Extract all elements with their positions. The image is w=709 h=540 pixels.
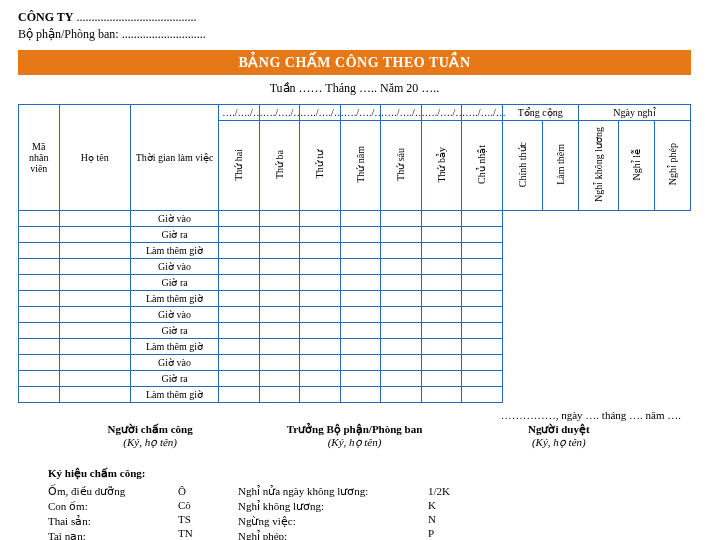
col-fri: Thứ sáu bbox=[381, 121, 422, 211]
cell bbox=[59, 243, 130, 259]
legend-item: Nghỉ không lương: bbox=[238, 499, 428, 514]
cell bbox=[300, 355, 341, 371]
cell bbox=[59, 211, 130, 227]
cell: Giờ vào bbox=[130, 355, 218, 371]
cell bbox=[300, 339, 341, 355]
cell bbox=[381, 323, 422, 339]
cell bbox=[340, 355, 381, 371]
cell bbox=[462, 243, 503, 259]
legend-col-1: Ốm, điều dưỡngCon ốm:Thai sản:Tai nạn:Ch… bbox=[48, 484, 178, 540]
col-off-holiday: Nghỉ lễ bbox=[619, 121, 655, 211]
col-sat: Thứ bảy bbox=[421, 121, 462, 211]
cell bbox=[259, 275, 300, 291]
col-tue: Thứ ba bbox=[259, 121, 300, 211]
cell bbox=[340, 275, 381, 291]
cell bbox=[59, 339, 130, 355]
legend-item: 1/2K bbox=[428, 484, 488, 498]
cell bbox=[259, 355, 300, 371]
cell bbox=[421, 355, 462, 371]
cell bbox=[381, 291, 422, 307]
cell bbox=[381, 355, 422, 371]
cell bbox=[462, 339, 503, 355]
legend-block: Ốm, điều dưỡngCon ốm:Thai sản:Tai nạn:Ch… bbox=[48, 484, 691, 540]
cell bbox=[381, 259, 422, 275]
cell bbox=[340, 243, 381, 259]
legend-col-3: Nghỉ nửa ngày không lương:Nghỉ không lươ… bbox=[238, 484, 428, 540]
col-name: Họ tên bbox=[59, 105, 130, 211]
cell bbox=[462, 323, 503, 339]
cell bbox=[19, 387, 60, 403]
cell bbox=[219, 259, 260, 275]
cell bbox=[300, 387, 341, 403]
cell bbox=[219, 355, 260, 371]
cell bbox=[381, 339, 422, 355]
cell: Giờ ra bbox=[130, 275, 218, 291]
cell bbox=[219, 339, 260, 355]
cell bbox=[300, 323, 341, 339]
cell bbox=[340, 291, 381, 307]
cell bbox=[421, 243, 462, 259]
cell bbox=[421, 211, 462, 227]
legend-item: TN bbox=[178, 526, 238, 540]
cell bbox=[59, 259, 130, 275]
cell bbox=[219, 211, 260, 227]
cell bbox=[19, 355, 60, 371]
cell bbox=[19, 275, 60, 291]
cell bbox=[19, 323, 60, 339]
cell bbox=[421, 275, 462, 291]
cell: Làm thêm giờ bbox=[130, 339, 218, 355]
cell bbox=[59, 307, 130, 323]
cell bbox=[381, 211, 422, 227]
legend-item: K bbox=[428, 498, 488, 512]
cell bbox=[219, 387, 260, 403]
cell bbox=[381, 387, 422, 403]
cell bbox=[19, 307, 60, 323]
cell bbox=[421, 371, 462, 387]
col-total-official: Chính thức bbox=[502, 121, 543, 211]
cell bbox=[59, 291, 130, 307]
col-date-sat: …./…./… bbox=[421, 105, 462, 121]
cell bbox=[381, 275, 422, 291]
cell bbox=[259, 371, 300, 387]
legend-item: Nghỉ phép: bbox=[238, 529, 428, 540]
totals-blank-area bbox=[502, 211, 690, 403]
cell: Giờ ra bbox=[130, 227, 218, 243]
cell: Làm thêm giờ bbox=[130, 387, 218, 403]
cell bbox=[462, 227, 503, 243]
cell bbox=[462, 307, 503, 323]
col-off: Ngày nghỉ bbox=[578, 105, 690, 121]
cell bbox=[19, 259, 60, 275]
col-date-wed: …./…./… bbox=[300, 105, 341, 121]
sig-head: Trưởng Bộ phận/Phòng ban (Ký, họ tên) bbox=[252, 423, 456, 449]
cell bbox=[300, 371, 341, 387]
cell bbox=[259, 211, 300, 227]
table-row: Giờ vào bbox=[19, 211, 691, 227]
legend-item: Cô bbox=[178, 498, 238, 512]
cell bbox=[300, 275, 341, 291]
cell bbox=[340, 307, 381, 323]
cell bbox=[59, 371, 130, 387]
cell bbox=[340, 227, 381, 243]
cell: Giờ vào bbox=[130, 259, 218, 275]
cell bbox=[462, 355, 503, 371]
legend-col-4: 1/2KKNP1/2PNN bbox=[428, 484, 488, 540]
cell bbox=[259, 339, 300, 355]
legend-item: Tai nạn: bbox=[48, 529, 178, 540]
cell bbox=[259, 387, 300, 403]
cell bbox=[19, 227, 60, 243]
signature-row: Người chấm công (Ký, họ tên) Trưởng Bộ p… bbox=[18, 423, 691, 449]
cell bbox=[219, 291, 260, 307]
cell bbox=[421, 387, 462, 403]
col-mon: Thứ hai bbox=[219, 121, 260, 211]
company-label: CÔNG TY bbox=[18, 10, 73, 24]
cell bbox=[219, 227, 260, 243]
cell bbox=[19, 339, 60, 355]
green-box bbox=[488, 484, 568, 540]
cell bbox=[59, 387, 130, 403]
cell: Giờ vào bbox=[130, 211, 218, 227]
dept-dots: ............................ bbox=[122, 27, 206, 41]
subtitle: Tuần …… Tháng ….. Năm 20 ….. bbox=[18, 75, 691, 104]
cell: Làm thêm giờ bbox=[130, 291, 218, 307]
cell bbox=[381, 307, 422, 323]
legend-item: P bbox=[428, 526, 488, 540]
